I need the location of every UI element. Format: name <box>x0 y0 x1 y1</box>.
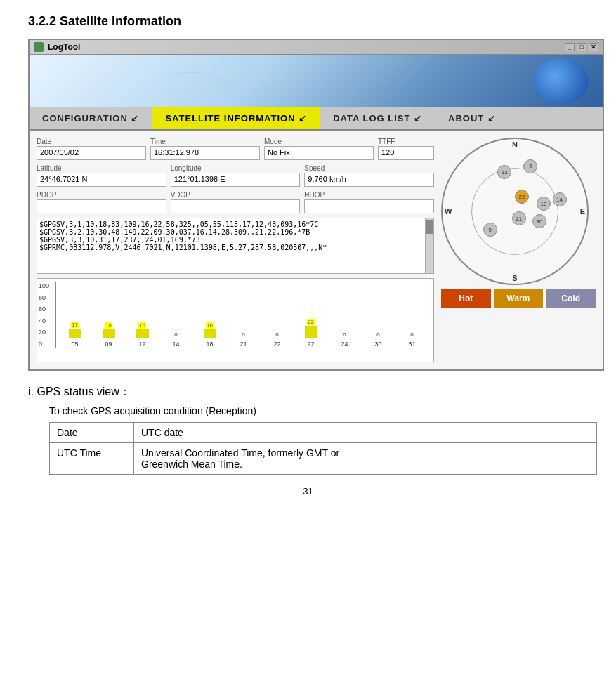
bar-05 <box>69 329 81 338</box>
banner <box>30 55 603 107</box>
hdop-label: HDOP <box>304 191 434 199</box>
compass-north-label: N <box>512 140 518 149</box>
nmea-line-2: $GPGSV,3,2,10,30,48,149,22,09,30,037,16,… <box>39 228 431 236</box>
date-input[interactable]: 2007/05/02 <box>37 146 146 160</box>
hdop-input[interactable] <box>304 199 434 213</box>
bar-12 <box>136 329 149 338</box>
bar-value-30: 0 <box>376 331 379 338</box>
app-icon <box>34 42 44 52</box>
chart-bar-group-12: 1612 <box>126 322 158 348</box>
sat-5: 5 <box>523 159 537 173</box>
chart-bar-group-05: 1705 <box>59 322 91 348</box>
speed-input[interactable]: 9.760 km/h <box>304 173 434 187</box>
logtool-window: LogTool _ □ ✕ CONFIGURATION ↙ SATELLITE … <box>28 39 604 371</box>
mode-group: Mode No Fix <box>264 138 374 160</box>
mode-input[interactable]: No Fix <box>264 146 374 160</box>
nav-data-log-list[interactable]: DATA LOG LIST ↙ <box>320 107 435 129</box>
vdop-input[interactable] <box>171 199 301 213</box>
bar-value-09: 16 <box>105 322 112 329</box>
bar-label-18: 18 <box>206 341 213 348</box>
info-table: Date UTC date UTC Time Universal Coordin… <box>49 422 597 475</box>
table-row: Date UTC date <box>50 423 597 443</box>
hot-button[interactable]: Hot <box>441 289 491 308</box>
compass-east-label: E <box>580 207 585 216</box>
chart-y-labels: 100 80 60 40 20 0 <box>39 282 49 348</box>
vdop-group: VDOP <box>171 191 301 213</box>
chart-bar-group-09: 1609 <box>93 322 124 348</box>
chart-bar-group-31: 031 <box>396 331 428 348</box>
bar-value-22b: 22 <box>307 319 315 325</box>
table-cell-date-value: UTC date <box>134 423 597 443</box>
chart-bar-group-22: 022 <box>261 331 293 348</box>
sat-21: 21 <box>512 211 526 225</box>
page-heading: 3.2.2 Satellite Information <box>28 14 588 29</box>
bar-label-21: 21 <box>240 341 247 348</box>
title-bar-buttons: _ □ ✕ <box>565 43 598 51</box>
table-cell-date-label: Date <box>50 423 134 443</box>
bar-value-05: 17 <box>71 322 79 328</box>
bar-label-09: 09 <box>105 341 112 348</box>
date-group: Date 2007/05/02 <box>37 138 146 160</box>
nav-configuration[interactable]: CONFIGURATION ↙ <box>30 107 152 129</box>
gps-desc: To check GPS acquisition condition (Rece… <box>49 405 588 416</box>
bar-label-30: 30 <box>374 341 381 348</box>
chart-bar-group-18: 1618 <box>194 322 225 348</box>
warm-button[interactable]: Warm <box>494 289 544 308</box>
nmea-log-box[interactable]: $GPGSV,3,1,10,18,83,109,16,22,58,325,,05… <box>37 218 434 274</box>
bar-label-14: 14 <box>172 341 179 348</box>
table-cell-utctime-label: UTC Time <box>50 443 134 475</box>
bar-label-12: 12 <box>138 341 145 348</box>
cold-button[interactable]: Cold <box>546 289 596 308</box>
lon-group: Longitude 121°01.1398 E <box>171 164 301 187</box>
nav-about[interactable]: ABOUT ↙ <box>435 107 509 129</box>
window-title: LogTool <box>48 42 80 52</box>
ttff-label: TTFF <box>378 138 434 145</box>
mode-label: Mode <box>264 138 374 145</box>
chart-bar-group-22b: 2222 <box>295 319 327 348</box>
gps-status-heading: i. GPS status view： <box>28 385 588 400</box>
speed-label: Speed <box>304 164 434 172</box>
lower-section: i. GPS status view： To check GPS acquisi… <box>28 385 588 475</box>
chart-bar-group-30: 030 <box>362 331 394 348</box>
close-button[interactable]: ✕ <box>589 43 598 51</box>
bar-value-14: 0 <box>174 331 177 338</box>
bar-label-05: 05 <box>71 341 78 348</box>
date-label: Date <box>37 138 146 145</box>
compass: N S W E 12 5 10 14 22 21 30 9 <box>441 138 589 285</box>
banner-decoration <box>51 62 395 93</box>
pdop-group: PDOP <box>37 191 166 213</box>
sat-22-active: 22 <box>515 190 529 204</box>
nav-bar: CONFIGURATION ↙ SATELLITE INFORMATION ↙ … <box>30 107 603 131</box>
ttff-input[interactable]: 120 <box>378 146 434 160</box>
minimize-button[interactable]: _ <box>565 43 575 51</box>
bar-value-18: 16 <box>206 322 214 329</box>
lat-input[interactable]: 24°46.7021 N <box>37 173 166 187</box>
nmea-line-3: $GPGSV,3,3,10,31,17,237,,24,01,169,*73 <box>39 236 431 244</box>
bar-value-21: 0 <box>242 331 244 338</box>
hdop-group: HDOP <box>304 191 434 213</box>
nmea-line-1: $GPGSV,3,1,10,18,83,109,16,22,58,325,,05… <box>39 221 431 228</box>
nav-satellite-information[interactable]: SATELLITE INFORMATION ↙ <box>152 107 320 129</box>
title-bar: LogTool _ □ ✕ <box>30 40 603 55</box>
lon-input[interactable]: 121°01.1398 E <box>171 173 301 187</box>
lat-group: Latitude 24°46.7021 N <box>37 164 166 187</box>
nmea-scrollbar[interactable] <box>425 218 433 273</box>
bar-value-22: 0 <box>275 331 278 338</box>
vdop-label: VDOP <box>171 191 301 199</box>
bar-18 <box>204 329 216 338</box>
bar-09 <box>103 329 115 338</box>
bar-22b <box>305 326 317 338</box>
left-panel: Date 2007/05/02 Time 16:31:12.978 Mode N… <box>37 138 434 362</box>
sat-30: 30 <box>532 214 546 228</box>
lon-label: Longitude <box>171 164 301 172</box>
maximize-button[interactable]: □ <box>577 43 586 51</box>
fields-row3: PDOP VDOP HDOP <box>37 191 434 213</box>
compass-west-label: W <box>445 207 452 216</box>
time-input[interactable]: 16:31:12.978 <box>150 146 260 160</box>
table-cell-utctime-value: Universal Coordinated Time, formerly GMT… <box>134 443 597 475</box>
pdop-input[interactable] <box>37 199 166 213</box>
bar-label-22b: 22 <box>307 341 314 348</box>
compass-south-label: S <box>512 274 517 282</box>
hot-cold-buttons: Hot Warm Cold <box>441 289 596 308</box>
bar-value-31: 0 <box>410 331 413 338</box>
